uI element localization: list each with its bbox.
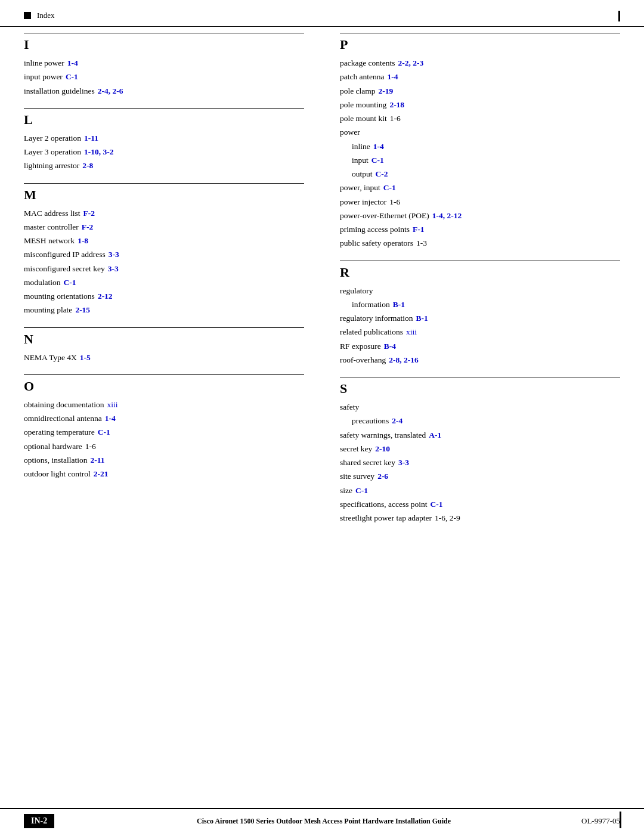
list-item: optional hardware 1-6	[24, 441, 304, 453]
divider-l	[24, 108, 304, 109]
letter-p: P	[340, 37, 620, 52]
list-item: inline 1-4	[340, 141, 620, 153]
section-i: I inline power 1-4 input power C-1 insta…	[24, 33, 304, 97]
divider-m	[24, 183, 304, 184]
letter-m: M	[24, 187, 304, 203]
list-item: pole mounting 2-18	[340, 99, 620, 111]
list-item: obtaining documentation xiii	[24, 399, 304, 411]
list-item: secret key 2-10	[340, 443, 620, 455]
letter-n: N	[24, 332, 304, 347]
list-item: input C-1	[340, 154, 620, 166]
list-item: Layer 3 operation 1-10, 3-2	[24, 146, 304, 158]
right-column: P package contents 2-2, 2-3 patch antenn…	[322, 27, 620, 529]
list-item: related publications xiii	[340, 326, 620, 338]
divider-i	[24, 33, 304, 33]
letter-i: I	[24, 37, 304, 52]
list-item: installation guidelines 2-4, 2-6	[24, 85, 304, 97]
list-item: modulation C-1	[24, 277, 304, 289]
footer-badge: IN-2	[24, 814, 54, 828]
footer-right-bar	[620, 812, 621, 828]
section-n: N NEMA Type 4X 1-5	[24, 327, 304, 364]
letter-s: S	[340, 381, 620, 397]
divider-r	[340, 261, 620, 261]
list-item: lightning arrestor 2-8	[24, 160, 304, 172]
list-item: regulatory	[340, 285, 620, 297]
list-item: power, input C-1	[340, 182, 620, 194]
footer-right-text: OL-9977-05	[581, 816, 620, 826]
list-item: outdoor light control 2-21	[24, 468, 304, 480]
section-m: M MAC address list F-2 master controller…	[24, 183, 304, 317]
list-item: pole mount kit 1-6	[340, 113, 620, 125]
list-item: power injector 1-6	[340, 196, 620, 208]
list-item: size C-1	[340, 485, 620, 497]
list-item: misconfigured secret key 3-3	[24, 263, 304, 275]
list-item: public safety operators 1-3	[340, 237, 620, 249]
list-item: safety	[340, 401, 620, 413]
list-item: specifications, access point C-1	[340, 498, 620, 510]
list-item: MESH network 1-8	[24, 235, 304, 247]
header-title: Index	[37, 11, 55, 20]
list-item: power-over-Ethernet (POE) 1-4, 2-12	[340, 210, 620, 222]
list-item: inline power 1-4	[24, 57, 304, 69]
list-item: operating temperature C-1	[24, 426, 304, 438]
list-item: package contents 2-2, 2-3	[340, 57, 620, 69]
page-header: Index	[0, 0, 644, 27]
list-item: site survey 2-6	[340, 470, 620, 482]
list-item: information B-1	[340, 299, 620, 311]
list-item: mounting orientations 2-12	[24, 290, 304, 302]
section-l: L Layer 2 operation 1-11 Layer 3 operati…	[24, 108, 304, 172]
list-item: input power C-1	[24, 71, 304, 83]
page-footer: IN-2 Cisco Aironet 1500 Series Outdoor M…	[0, 808, 644, 833]
letter-l: L	[24, 112, 304, 128]
letter-r: R	[340, 265, 620, 280]
divider-s	[340, 377, 620, 377]
page: Index I inline power 1-4 input power C-1…	[0, 0, 644, 833]
divider-p	[340, 33, 620, 33]
list-item: omnidirectional antenna 1-4	[24, 413, 304, 425]
divider-n	[24, 327, 304, 328]
list-item: options, installation 2-11	[24, 454, 304, 466]
list-item: MAC address list F-2	[24, 208, 304, 219]
list-item: regulatory information B-1	[340, 312, 620, 324]
list-item: power	[340, 126, 620, 138]
list-item: patch antenna 1-4	[340, 71, 620, 83]
main-content: I inline power 1-4 input power C-1 insta…	[0, 27, 644, 529]
list-item: priming access points F-1	[340, 224, 620, 236]
list-item: precautions 2-4	[340, 415, 620, 427]
list-item: pole clamp 2-19	[340, 85, 620, 97]
section-r: R regulatory information B-1 regulatory …	[340, 261, 620, 367]
list-item: safety warnings, translated A-1	[340, 429, 620, 441]
list-item: misconfigured IP address 3-3	[24, 249, 304, 261]
section-o: O obtaining documentation xiii omnidirec…	[24, 374, 304, 481]
left-column: I inline power 1-4 input power C-1 insta…	[24, 27, 322, 529]
list-item: shared secret key 3-3	[340, 457, 620, 469]
footer-center-text: Cisco Aironet 1500 Series Outdoor Mesh A…	[66, 817, 581, 826]
section-p: P package contents 2-2, 2-3 patch antenn…	[340, 33, 620, 250]
section-s: S safety precautions 2-4 safety warnings…	[340, 377, 620, 524]
list-item: mounting plate 2-15	[24, 304, 304, 316]
list-item: roof-overhang 2-8, 2-16	[340, 354, 620, 366]
list-item: master controller F-2	[24, 221, 304, 233]
divider-o	[24, 374, 304, 375]
list-item: Layer 2 operation 1-11	[24, 132, 304, 144]
list-item: NEMA Type 4X 1-5	[24, 352, 304, 364]
header-right-bar	[618, 11, 620, 21]
list-item: output C-2	[340, 168, 620, 180]
letter-o: O	[24, 379, 304, 394]
list-item: RF exposure B-4	[340, 340, 620, 352]
header-square-icon	[24, 12, 31, 19]
list-item: streetlight power tap adapter 1-6, 2-9	[340, 512, 620, 524]
